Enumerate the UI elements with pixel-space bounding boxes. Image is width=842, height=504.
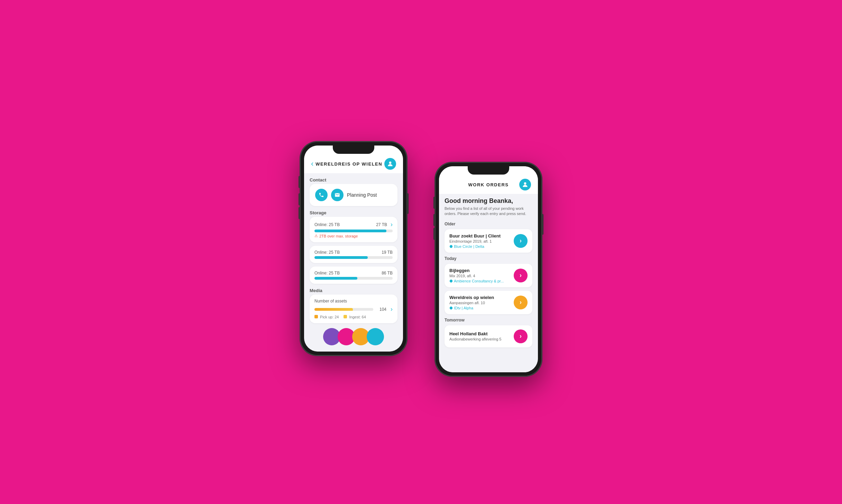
progress-fill-2 [314, 256, 368, 259]
media-section: Media Number of assets [310, 288, 397, 323]
svg-point-1 [524, 182, 527, 185]
svg-point-2 [450, 245, 452, 248]
storage-item-2: Online: 25 TB 19 TB [310, 246, 397, 263]
wo-subtitle-hhb: Audionabewerking aflevering 5 [449, 337, 510, 341]
wo-avatar[interactable] [519, 179, 531, 190]
contact-label: Contact [310, 177, 397, 183]
storage-item-1: Online: 25 TB 27 TB › [310, 217, 397, 242]
svg-point-4 [450, 307, 452, 309]
avatar[interactable] [384, 158, 396, 170]
greeting: Good morning Beanka, [445, 197, 532, 205]
wo-title-wereldreis: Wereldreis op wielen [449, 295, 510, 300]
assets-label: Number of assets [314, 299, 347, 304]
warning-icon: ⚠ [314, 234, 318, 238]
wo-btn-bijleggen[interactable]: › [514, 269, 528, 282]
assets-progress-fill [314, 308, 353, 311]
older-label: Older [445, 222, 532, 226]
wo-card-hhb: Heel Holland Bakt Audionabewerking aflev… [445, 325, 532, 347]
wo-card-wereldreis: Wereldreis op wielen Aanpassingen afl. 1… [445, 291, 532, 314]
wo-info-wereldreis: Wereldreis op wielen Aanpassingen afl. 1… [449, 295, 510, 310]
wo-page-title: WORK ORDERS [468, 182, 509, 187]
wo-subtitle-buur: Eindmontage 2019, afl. 1 [449, 239, 510, 243]
wo-client-bijleggen: Ambience Consultancy & pr... [449, 279, 510, 283]
notch-right [468, 166, 509, 175]
storage-label-3: Online: 25 TB [314, 271, 340, 276]
storage-cards: Online: 25 TB 27 TB › [310, 217, 397, 284]
notch-left [333, 146, 374, 154]
bottom-circles [304, 328, 403, 345]
assets-header: Number of assets [314, 299, 393, 304]
storage-warning-1: ⚠ 2TB over max. storage [314, 234, 393, 238]
storage-value-2: 19 TB [382, 250, 393, 255]
storage-label-2: Online: 25 TB [314, 250, 340, 255]
assets-count: 104 [376, 307, 386, 312]
page-title: WERELDREIS OP WIELEN [315, 161, 382, 167]
tomorrow-label: Tomorrow [445, 318, 532, 323]
wo-btn-wereldreis[interactable]: › [514, 296, 528, 309]
svg-point-0 [389, 161, 392, 164]
phones-container: ‹ WERELDREIS OP WIELEN Contact [300, 152, 542, 366]
wo-info-bijleggen: Bijleggen Mix 2019, afl. 4 Ambience Cons… [449, 268, 510, 283]
assets-row: 104 › [314, 306, 393, 313]
wo-client-wereldreis: IDtv | Alpha [449, 306, 510, 310]
storage-item-3: Online: 25 TB 86 TB [310, 267, 397, 284]
chevron-icon-1[interactable]: › [391, 221, 393, 228]
phone-right-inner: WORK ORDERS Good morning Beanka, Below y… [439, 166, 538, 372]
screen-right: WORK ORDERS Good morning Beanka, Below y… [439, 166, 538, 372]
assets-progress-bg [314, 308, 373, 311]
progress-bg-1 [314, 230, 393, 232]
storage-label-1: Online: 25 TB [314, 222, 340, 227]
email-icon[interactable] [331, 189, 344, 201]
contact-section: Contact [310, 177, 397, 206]
phone-left-inner: ‹ WERELDREIS OP WIELEN Contact [304, 146, 403, 352]
wo-info-hhb: Heel Holland Bakt Audionabewerking aflev… [449, 331, 510, 341]
wo-subtitle-bijleggen: Mix 2019, afl. 4 [449, 274, 510, 278]
wo-card-bijleggen: Bijleggen Mix 2019, afl. 4 Ambience Cons… [445, 264, 532, 287]
storage-value-1: 27 TB [376, 222, 387, 227]
wo-client-buur: Blue Circle | Delta [449, 244, 510, 249]
greeting-sub: Below you find a list of all of your pen… [445, 206, 532, 217]
phone-right: WORK ORDERS Good morning Beanka, Below y… [435, 162, 542, 376]
contact-name: Planning Post [347, 192, 377, 198]
screen-left: ‹ WERELDREIS OP WIELEN Contact [304, 146, 403, 352]
contact-card: Planning Post [310, 184, 397, 206]
back-button[interactable]: ‹ [311, 159, 313, 168]
phone-icon[interactable] [315, 189, 328, 201]
progress-bg-3 [314, 277, 393, 280]
progress-fill-3 [314, 277, 357, 280]
media-label: Media [310, 288, 397, 293]
wo-btn-hhb[interactable]: › [514, 329, 528, 343]
wo-content: Good morning Beanka, Below you find a li… [439, 194, 538, 372]
storage-value-3: 86 TB [382, 271, 393, 276]
media-card: Number of assets 104 › [310, 295, 397, 323]
assets-chevron-icon[interactable]: › [391, 306, 393, 313]
progress-bg-2 [314, 256, 393, 259]
wo-info-buur: Buur zoekt Buur | Client Eindmontage 201… [449, 233, 510, 249]
assets-legend: Pick up: 24 Ingest: 64 [314, 315, 393, 319]
today-label: Today [445, 256, 532, 261]
wo-card-buur: Buur zoekt Buur | Client Eindmontage 201… [445, 229, 532, 253]
circle-teal [367, 328, 384, 345]
wo-title-buur: Buur zoekt Buur | Client [449, 233, 510, 239]
wo-btn-buur[interactable]: › [514, 234, 528, 248]
wo-title-bijleggen: Bijleggen [449, 268, 510, 273]
wo-title-hhb: Heel Holland Bakt [449, 331, 510, 336]
progress-fill-1 [314, 230, 386, 232]
storage-label: Storage [310, 210, 397, 215]
ingest-legend: Ingest: 64 [344, 315, 366, 319]
storage-section: Storage Online: 25 TB 27 TB › [310, 210, 397, 284]
content-left: Contact [304, 173, 403, 352]
svg-point-3 [450, 280, 452, 282]
wo-subtitle-wereldreis: Aanpassingen afl. 10 [449, 301, 510, 305]
pickup-legend: Pick up: 24 [314, 315, 339, 319]
phone-left: ‹ WERELDREIS OP WIELEN Contact [300, 141, 407, 356]
